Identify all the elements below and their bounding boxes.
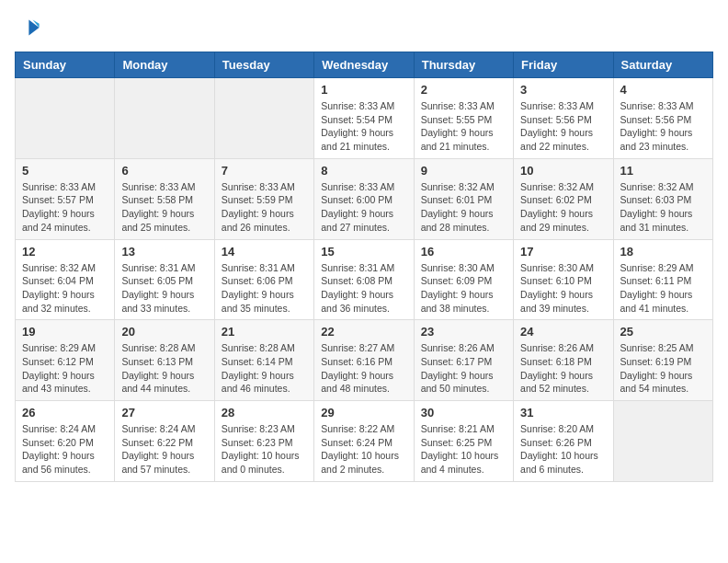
day-info: Sunrise: 8:33 AM Sunset: 5:55 PM Dayligh… [421,99,506,154]
calendar-cell: 19Sunrise: 8:29 AM Sunset: 6:12 PM Dayli… [16,320,115,401]
day-info: Sunrise: 8:31 AM Sunset: 6:05 PM Dayligh… [121,261,207,316]
calendar-header-row: SundayMondayTuesdayWednesdayThursdayFrid… [16,52,713,78]
day-number: 25 [620,325,706,339]
day-info: Sunrise: 8:33 AM Sunset: 5:56 PM Dayligh… [520,99,606,154]
calendar-cell [16,78,115,159]
day-info: Sunrise: 8:30 AM Sunset: 6:10 PM Dayligh… [520,261,606,316]
calendar-cell: 22Sunrise: 8:27 AM Sunset: 6:16 PM Dayli… [314,320,414,401]
calendar-cell: 24Sunrise: 8:26 AM Sunset: 6:18 PM Dayli… [514,320,613,401]
day-info: Sunrise: 8:21 AM Sunset: 6:25 PM Dayligh… [421,422,506,477]
calendar-cell: 15Sunrise: 8:31 AM Sunset: 6:08 PM Dayli… [314,239,414,320]
day-number: 8 [321,164,406,178]
day-info: Sunrise: 8:30 AM Sunset: 6:09 PM Dayligh… [421,261,506,316]
day-info: Sunrise: 8:33 AM Sunset: 5:57 PM Dayligh… [22,180,108,235]
calendar-cell: 4Sunrise: 8:33 AM Sunset: 5:56 PM Daylig… [613,78,712,159]
day-number: 10 [520,164,606,178]
calendar-cell: 30Sunrise: 8:21 AM Sunset: 6:25 PM Dayli… [414,401,513,482]
calendar-cell: 31Sunrise: 8:20 AM Sunset: 6:26 PM Dayli… [514,401,613,482]
calendar-week-row: 5Sunrise: 8:33 AM Sunset: 5:57 PM Daylig… [16,158,713,239]
day-info: Sunrise: 8:27 AM Sunset: 6:16 PM Dayligh… [321,341,406,396]
calendar-cell: 29Sunrise: 8:22 AM Sunset: 6:24 PM Dayli… [314,401,414,482]
day-info: Sunrise: 8:33 AM Sunset: 5:56 PM Dayligh… [620,99,706,154]
day-info: Sunrise: 8:29 AM Sunset: 6:11 PM Dayligh… [620,261,706,316]
day-number: 3 [520,83,606,97]
calendar-week-row: 1Sunrise: 8:33 AM Sunset: 5:54 PM Daylig… [16,78,713,159]
weekday-header: Sunday [16,52,115,78]
day-info: Sunrise: 8:22 AM Sunset: 6:24 PM Dayligh… [321,422,406,477]
day-number: 9 [421,164,506,178]
day-info: Sunrise: 8:33 AM Sunset: 5:54 PM Dayligh… [321,99,406,154]
weekday-header: Wednesday [314,52,414,78]
day-info: Sunrise: 8:28 AM Sunset: 6:14 PM Dayligh… [222,341,307,396]
day-number: 12 [22,245,108,259]
day-info: Sunrise: 8:26 AM Sunset: 6:17 PM Dayligh… [421,341,506,396]
calendar-cell: 1Sunrise: 8:33 AM Sunset: 5:54 PM Daylig… [314,78,414,159]
day-number: 20 [121,325,207,339]
day-info: Sunrise: 8:28 AM Sunset: 6:13 PM Dayligh… [121,341,207,396]
day-info: Sunrise: 8:32 AM Sunset: 6:02 PM Dayligh… [520,180,606,235]
day-number: 15 [321,245,406,259]
day-number: 22 [321,325,406,339]
day-number: 17 [520,245,606,259]
calendar-cell: 26Sunrise: 8:24 AM Sunset: 6:20 PM Dayli… [16,401,115,482]
day-number: 14 [222,245,307,259]
day-info: Sunrise: 8:32 AM Sunset: 6:03 PM Dayligh… [620,180,706,235]
calendar-cell: 13Sunrise: 8:31 AM Sunset: 6:05 PM Dayli… [115,239,214,320]
day-number: 27 [121,406,207,419]
weekday-header: Saturday [613,52,712,78]
day-number: 24 [520,325,606,339]
calendar-cell: 28Sunrise: 8:23 AM Sunset: 6:23 PM Dayli… [214,401,313,482]
calendar-cell: 21Sunrise: 8:28 AM Sunset: 6:14 PM Dayli… [214,320,313,401]
calendar-week-row: 26Sunrise: 8:24 AM Sunset: 6:20 PM Dayli… [16,401,713,482]
day-number: 26 [22,406,108,419]
day-number: 19 [22,325,108,339]
calendar-cell [214,78,313,159]
day-number: 18 [620,245,706,259]
weekday-header: Friday [514,52,613,78]
day-number: 21 [222,325,307,339]
calendar-cell: 6Sunrise: 8:33 AM Sunset: 5:58 PM Daylig… [115,158,214,239]
day-number: 30 [421,406,506,419]
day-info: Sunrise: 8:24 AM Sunset: 6:20 PM Dayligh… [22,422,108,477]
logo-icon [15,15,40,40]
calendar-cell: 17Sunrise: 8:30 AM Sunset: 6:10 PM Dayli… [514,239,613,320]
day-info: Sunrise: 8:26 AM Sunset: 6:18 PM Dayligh… [520,341,606,396]
calendar-week-row: 12Sunrise: 8:32 AM Sunset: 6:04 PM Dayli… [16,239,713,320]
calendar-cell: 20Sunrise: 8:28 AM Sunset: 6:13 PM Dayli… [115,320,214,401]
day-number: 31 [520,406,606,419]
calendar-cell: 10Sunrise: 8:32 AM Sunset: 6:02 PM Dayli… [514,158,613,239]
day-number: 28 [222,406,307,419]
calendar-cell: 27Sunrise: 8:24 AM Sunset: 6:22 PM Dayli… [115,401,214,482]
calendar-cell: 7Sunrise: 8:33 AM Sunset: 5:59 PM Daylig… [214,158,313,239]
weekday-header: Thursday [414,52,513,78]
weekday-header: Tuesday [214,52,313,78]
day-info: Sunrise: 8:31 AM Sunset: 6:08 PM Dayligh… [321,261,406,316]
calendar-week-row: 19Sunrise: 8:29 AM Sunset: 6:12 PM Dayli… [16,320,713,401]
day-number: 1 [321,83,406,97]
calendar-cell: 18Sunrise: 8:29 AM Sunset: 6:11 PM Dayli… [613,239,712,320]
day-info: Sunrise: 8:23 AM Sunset: 6:23 PM Dayligh… [222,422,307,477]
day-number: 4 [620,83,706,97]
day-number: 16 [421,245,506,259]
day-info: Sunrise: 8:33 AM Sunset: 6:00 PM Dayligh… [321,180,406,235]
calendar-cell: 12Sunrise: 8:32 AM Sunset: 6:04 PM Dayli… [16,239,115,320]
calendar-cell: 11Sunrise: 8:32 AM Sunset: 6:03 PM Dayli… [613,158,712,239]
calendar-cell: 9Sunrise: 8:32 AM Sunset: 6:01 PM Daylig… [414,158,513,239]
calendar-table: SundayMondayTuesdayWednesdayThursdayFrid… [15,52,713,482]
day-info: Sunrise: 8:33 AM Sunset: 5:59 PM Dayligh… [222,180,307,235]
calendar-cell [115,78,214,159]
day-number: 13 [121,245,207,259]
calendar-cell: 14Sunrise: 8:31 AM Sunset: 6:06 PM Dayli… [214,239,313,320]
day-info: Sunrise: 8:32 AM Sunset: 6:04 PM Dayligh… [22,261,108,316]
day-info: Sunrise: 8:24 AM Sunset: 6:22 PM Dayligh… [121,422,207,477]
calendar-cell: 23Sunrise: 8:26 AM Sunset: 6:17 PM Dayli… [414,320,513,401]
day-number: 11 [620,164,706,178]
day-number: 6 [121,164,207,178]
day-info: Sunrise: 8:32 AM Sunset: 6:01 PM Dayligh… [421,180,506,235]
page-header [15,15,713,40]
day-info: Sunrise: 8:31 AM Sunset: 6:06 PM Dayligh… [222,261,307,316]
calendar-cell: 3Sunrise: 8:33 AM Sunset: 5:56 PM Daylig… [514,78,613,159]
calendar-cell [613,401,712,482]
weekday-header: Monday [115,52,214,78]
day-number: 7 [222,164,307,178]
